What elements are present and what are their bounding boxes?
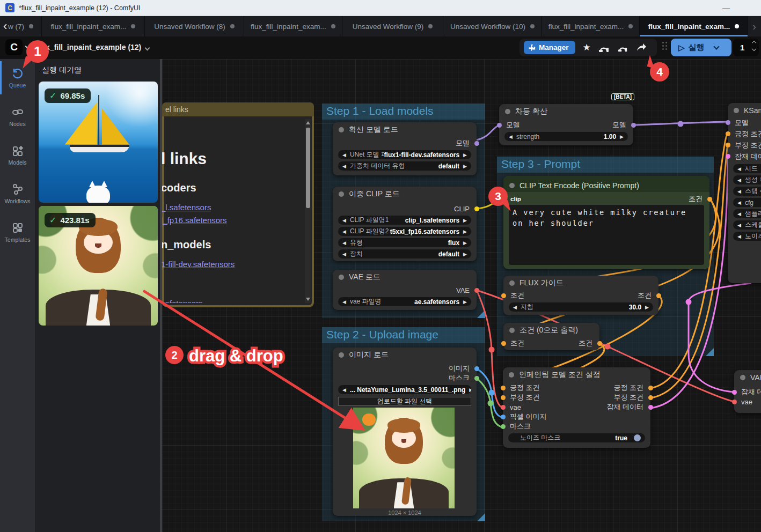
widget-arrow-left-icon[interactable]: ◀ (342, 152, 346, 158)
manager-button[interactable]: Manager (524, 41, 575, 54)
sidebar-item-nodes[interactable]: Nodes (0, 98, 35, 135)
widget-arrow-left-icon[interactable]: ◀ (737, 178, 741, 183)
workflow-name-dropdown[interactable]: flux_fill_inpaint_example (12) (36, 43, 149, 51)
collapse-dot[interactable] (740, 375, 745, 380)
widget-arrow-left-icon[interactable]: ◀ (342, 229, 346, 234)
widget-arrow-left-icon[interactable]: ◀ (737, 234, 741, 239)
group-resize-handle[interactable] (477, 513, 485, 521)
widget-steps[interactable]: ◀스텝 수 (733, 187, 761, 196)
minimize-button[interactable]: — (718, 2, 734, 14)
node-vae-loader[interactable]: VAE 로드 VAE ◀vae 파일명ae.safetensors▶ (333, 270, 477, 310)
input-slot-conditioning[interactable] (501, 341, 506, 346)
batch-count-stepper[interactable]: 1 (733, 39, 759, 56)
group-step2-title[interactable]: Step 2 - Upload image (322, 327, 485, 343)
input-slot-vae[interactable] (501, 405, 506, 410)
tab-flux-fill-active[interactable]: flux_fill_inpaint_exam... (640, 16, 748, 36)
group-resize-handle[interactable] (477, 310, 485, 318)
output-slot-model[interactable] (631, 123, 636, 128)
input-slot-pixels[interactable] (501, 415, 506, 419)
queue-item-anime-girl[interactable]: ✓423.81s (39, 206, 158, 326)
output-slot-negative[interactable] (648, 395, 653, 400)
run-button[interactable]: ▷ 실행 (671, 39, 731, 56)
input-slot-positive[interactable] (501, 386, 506, 390)
widget-arrow-left-icon[interactable]: ◀ (342, 252, 346, 257)
scroll-up-icon[interactable] (306, 121, 310, 124)
toggle-knob-icon[interactable] (634, 434, 641, 441)
input-slot-latent[interactable] (726, 154, 730, 159)
input-slot-positive[interactable] (726, 131, 730, 136)
tab-unsaved-10[interactable]: Unsaved Workflow (10) (443, 16, 542, 36)
collapse-dot[interactable] (505, 109, 510, 114)
collapse-dot[interactable] (509, 280, 515, 286)
output-slot-conditioning[interactable] (656, 293, 661, 298)
widget-arrow-left-icon[interactable]: ◀ (513, 305, 517, 310)
widget-arrow-right-icon[interactable]: ▶ (645, 305, 649, 310)
sidebar-item-templates[interactable]: Templates (0, 213, 35, 251)
input-slot-vae[interactable] (732, 400, 737, 404)
input-slot-mask[interactable] (501, 424, 506, 429)
output-slot-conditioning[interactable] (597, 341, 602, 346)
output-slot-positive[interactable] (648, 386, 653, 390)
group-step1-title[interactable]: Step 1 - Load models (322, 104, 485, 120)
scroll-down-icon[interactable] (306, 298, 310, 301)
tab-flux-fill-2[interactable]: flux_fill_inpaint_exam... (244, 16, 342, 36)
widget-arrow-right-icon[interactable]: ▶ (463, 299, 467, 305)
tab-scroll-right-icon[interactable]: › (748, 16, 760, 36)
run-options-chevron-icon[interactable] (713, 43, 719, 49)
node-load-diffusion-model[interactable]: 확산 모델 로드 모델 ◀UNet 모델 파일명flux1-fill-dev.s… (333, 122, 477, 175)
tab-flux-fill-1[interactable]: flux_fill_inpaint_exam... (42, 16, 145, 36)
node-vae-decode[interactable]: VAE 잠재 데 vae (734, 370, 761, 413)
prompt-textarea[interactable]: A very cute white milky creature on her … (509, 205, 704, 265)
widget-arrow-left-icon[interactable]: ◀ (342, 240, 346, 246)
widget-sampler[interactable]: ◀샘플러 (733, 209, 761, 218)
sidebar-item-models[interactable]: Models (0, 136, 35, 174)
node-inpaint-model-conditioning[interactable]: 인페인팅 모델 조건 설정 긍정 조건긍정 조건 부정 조건부정 조건 vae잠… (503, 367, 650, 448)
widget-arrow-left-icon[interactable]: ◀ (737, 189, 741, 194)
output-slot-conditioning[interactable] (707, 197, 712, 202)
widget-arrow-left-icon[interactable]: ◀ (342, 164, 346, 169)
input-slot-latent[interactable] (732, 390, 737, 395)
star-icon[interactable]: ★ (583, 42, 591, 53)
output-slot-model[interactable] (474, 141, 479, 146)
toolbar-drag-handle[interactable] (662, 42, 668, 54)
input-slot-conditioning[interactable] (501, 293, 506, 298)
input-slot-negative[interactable] (501, 395, 506, 400)
widget-arrow-right-icon[interactable]: ▶ (463, 229, 467, 234)
widget-guidance[interactable]: ◀지침30.0▶ (509, 302, 653, 312)
share-arrow-icon[interactable] (636, 43, 647, 53)
tab-unsaved-9[interactable]: Unsaved Workflow (9) (342, 16, 443, 36)
widget-seed[interactable]: ◀시드 (733, 164, 761, 173)
note-scrollbar[interactable] (305, 119, 311, 303)
widget-strength[interactable]: ◀strength1.00▶ (504, 132, 628, 141)
widget-arrow-right-icon[interactable]: ▶ (463, 164, 467, 169)
collapse-dot[interactable] (509, 183, 515, 188)
widget-device[interactable]: ◀장치default▶ (338, 249, 471, 258)
tab-scroll-left-icon[interactable]: ‹ (3, 19, 7, 33)
widget-unet-filename[interactable]: ◀UNet 모델 파일명flux1-fill-dev.safetensors▶ (338, 150, 471, 159)
vacuum-icon[interactable] (598, 42, 610, 53)
widget-arrow-right-icon[interactable]: ▶ (463, 218, 467, 223)
note-link-fill-dev[interactable]: 1-fill-dev.safetensors (161, 260, 304, 269)
collapse-dot[interactable] (509, 372, 514, 378)
widget-scheduler[interactable]: ◀스케줄 (733, 220, 761, 230)
widget-arrow-left-icon[interactable]: ◀ (342, 218, 346, 223)
input-slot-negative[interactable] (726, 143, 730, 147)
node-conditioning-zero-out[interactable]: 조건 (0으로 출력) 조건조건 (503, 323, 599, 350)
tab-unsaved-8[interactable]: Unsaved Workflow (8) (145, 16, 244, 36)
decrement-icon[interactable] (752, 47, 756, 51)
widget-arrow-right-icon[interactable]: ▶ (463, 240, 467, 246)
increment-icon[interactable] (752, 41, 756, 45)
collapse-dot[interactable] (339, 275, 344, 280)
output-slot-image[interactable] (474, 366, 479, 371)
widget-arrow-left-icon[interactable]: ◀ (737, 223, 741, 228)
output-slot-mask[interactable] (474, 376, 479, 381)
queue-item-sailboat[interactable]: ✓69.85s (39, 82, 158, 203)
widget-vae-filename[interactable]: ◀vae 파일명ae.safetensors▶ (338, 297, 471, 306)
collapse-dot[interactable] (339, 191, 344, 197)
widget-arrow-right-icon[interactable]: ▶ (469, 387, 471, 393)
note-link-t5xxl[interactable]: l_fp16.safetensors (161, 216, 304, 225)
widget-denoise[interactable]: ◀노이즈 (733, 232, 761, 241)
image-preview[interactable] (353, 408, 455, 508)
widget-arrow-left-icon[interactable]: ◀ (737, 211, 741, 217)
widget-arrow-left-icon[interactable]: ◀ (342, 299, 346, 305)
